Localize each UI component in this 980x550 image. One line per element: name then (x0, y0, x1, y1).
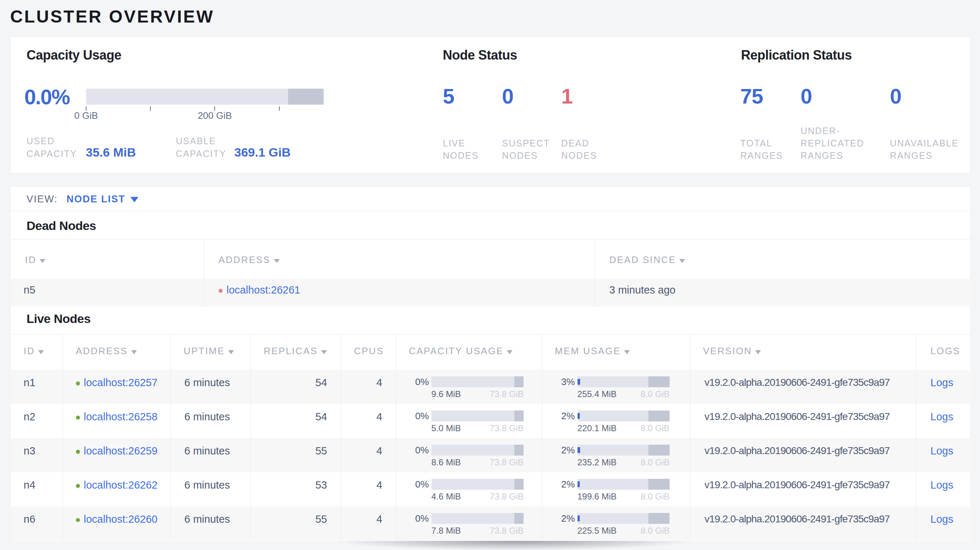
sort-arrow-icon (321, 350, 327, 354)
sort-arrow-icon (624, 350, 630, 354)
live-node-id: n4 (11, 472, 62, 506)
mem-used-value: 199.6 MiB (578, 492, 617, 501)
live-node-version: v19.2.0-alpha.20190606-2491-gfe735c9a97 (690, 506, 916, 540)
live-node-id: n3 (11, 438, 62, 472)
live-node-capacity-usage: 0% 9.6 MiB 73.8 GiB (396, 370, 542, 404)
live-node-capacity-usage: 0% 4.6 MiB 73.8 GiB (396, 472, 542, 506)
capacity-used-value: 9.6 MiB (431, 389, 461, 399)
usable-capacity-label: USABLE CAPACITY (176, 135, 226, 160)
mem-used-value: 225.5 MiB (578, 526, 617, 536)
live-node-capacity-usage: 0% 7.8 MiB 73.8 GiB (396, 506, 542, 540)
live-node-uptime: 6 minutes (170, 404, 250, 438)
capacity-axis-tick-label: 0 GiB (74, 110, 98, 121)
live-status-dot-icon (76, 518, 80, 522)
live-col-mem-usage[interactable]: MEM USAGE (542, 335, 690, 370)
mem-percent: 2% (542, 513, 575, 524)
capacity-total-value: 73.8 GiB (490, 492, 523, 501)
chevron-down-icon[interactable] (130, 197, 138, 202)
capacity-usage-bar (431, 479, 524, 490)
live-col-version[interactable]: VERSION (690, 335, 916, 370)
live-status-dot-icon (76, 484, 80, 488)
mem-bar-used-fill (578, 515, 580, 521)
sort-arrow-icon (38, 350, 44, 354)
mem-percent: 2% (542, 410, 575, 421)
capacity-used-value: 5.0 MiB (431, 424, 461, 433)
dead-node-row: n5 localhost:26261 3 minutes ago (11, 279, 971, 307)
mem-total-value: 8.0 GiB (640, 526, 670, 536)
live-nodes-count: 5 (443, 85, 454, 108)
mem-bar-used-fill (578, 379, 581, 385)
live-col-id[interactable]: ID (11, 335, 62, 370)
cluster-summary-card: Capacity Usage Node Status Replication S… (10, 37, 970, 173)
live-status-dot-icon (76, 416, 80, 420)
live-col-address[interactable]: ADDRESS (62, 335, 170, 370)
live-node-address-link[interactable]: localhost:26259 (84, 445, 158, 457)
dead-node-address-link[interactable]: localhost:26261 (227, 284, 301, 296)
live-node-mem-usage: 2% 225.5 MiB 8.0 GiB (542, 506, 690, 540)
live-node-address-link[interactable]: localhost:26258 (84, 411, 158, 423)
live-node-version: v19.2.0-alpha.20190606-2491-gfe735c9a97 (690, 472, 916, 506)
capacity-bar-dark-segment (514, 479, 523, 490)
dead-node-address: localhost:26261 (204, 279, 595, 307)
replication-status-title: Replication Status (741, 47, 852, 63)
capacity-percent: 0% (396, 479, 429, 490)
logs-link[interactable]: Logs (931, 513, 953, 525)
live-col-capacity-usage[interactable]: CAPACITY USAGE (396, 335, 542, 370)
live-node-address-link[interactable]: localhost:26262 (84, 479, 158, 491)
live-node-uptime: 6 minutes (170, 472, 250, 506)
live-col-uptime[interactable]: UPTIME (170, 335, 250, 370)
view-label: VIEW: (27, 193, 58, 205)
view-dropdown[interactable]: NODE LIST (67, 193, 125, 205)
logs-link[interactable]: Logs (931, 479, 953, 491)
capacity-used-value: 8.6 MiB (431, 458, 461, 467)
live-node-address-link[interactable]: localhost:26257 (84, 377, 158, 388)
capacity-percent: 0% (396, 376, 429, 387)
live-col-replicas[interactable]: REPLICAS (250, 335, 341, 370)
logs-link[interactable]: Logs (931, 445, 953, 457)
live-node-row: n4 localhost:26262 6 minutes 53 4 0% (11, 472, 971, 506)
unavailable-ranges-label: UNAVAILABLE RANGES (890, 137, 959, 162)
capacity-used-percent: 0.0% (24, 85, 69, 109)
suspect-nodes-count: 0 (502, 85, 513, 108)
live-col-logs: LOGS (916, 335, 971, 370)
live-node-capacity-usage: 0% 8.6 MiB 73.8 GiB (396, 438, 542, 472)
mem-bar-dark-segment (648, 513, 670, 524)
live-node-logs: Logs (916, 438, 971, 472)
live-node-replicas: 55 (250, 438, 341, 472)
live-status-dot-icon (76, 382, 80, 385)
live-node-uptime: 6 minutes (170, 370, 250, 404)
live-node-row: n6 localhost:26260 6 minutes 55 4 0% (11, 506, 971, 540)
mem-total-value: 8.0 GiB (640, 458, 670, 467)
mem-bar-used-fill (578, 481, 580, 487)
live-node-address: localhost:26260 (62, 506, 170, 540)
dead-col-id[interactable]: ID (11, 240, 204, 279)
live-node-address-link[interactable]: localhost:26260 (84, 513, 158, 525)
sort-arrow-icon (755, 350, 761, 354)
live-node-uptime: 6 minutes (170, 438, 250, 472)
capacity-usage-bar (431, 445, 524, 456)
live-node-cpus: 4 (341, 438, 396, 472)
mem-used-value: 235.2 MiB (578, 458, 617, 467)
sort-arrow-icon (228, 350, 234, 354)
mem-used-value: 255.4 MiB (578, 389, 617, 399)
sort-arrow-icon (507, 350, 512, 354)
capacity-percent: 0% (396, 410, 429, 421)
logs-link[interactable]: Logs (931, 411, 953, 423)
mem-bar-used-fill (578, 413, 580, 419)
logs-link[interactable]: Logs (931, 377, 953, 388)
live-node-id: n6 (11, 506, 62, 540)
capacity-bar-dark-segment (288, 89, 324, 105)
capacity-used-value: 4.6 MiB (431, 492, 461, 501)
mem-usage-bar (578, 445, 670, 456)
live-node-mem-usage: 2% 220.1 MiB 8.0 GiB (542, 404, 690, 438)
mem-bar-dark-segment (648, 479, 670, 490)
live-node-address: localhost:26259 (62, 438, 170, 472)
live-node-cpus: 4 (341, 506, 396, 540)
capacity-usage-title: Capacity Usage (27, 47, 121, 63)
dead-col-dead-since[interactable]: DEAD SINCE (595, 240, 971, 279)
mem-percent: 2% (542, 445, 575, 456)
under-replicated-ranges-count: 0 (800, 85, 812, 108)
live-node-logs: Logs (916, 404, 971, 438)
dead-col-address[interactable]: ADDRESS (204, 240, 595, 279)
live-node-replicas: 54 (250, 404, 341, 438)
